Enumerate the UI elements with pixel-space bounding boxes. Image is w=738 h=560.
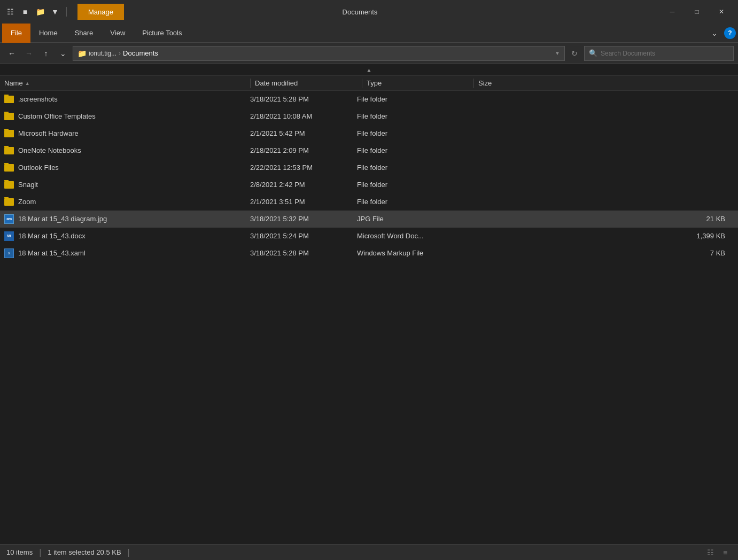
file-date: 3/18/2021 5:28 PM xyxy=(250,95,357,103)
file-date: 2/8/2021 2:42 PM xyxy=(250,181,357,189)
folder-icon xyxy=(4,181,14,189)
col-header-name[interactable]: Name ▲ xyxy=(4,79,250,87)
file-date: 3/18/2021 5:32 PM xyxy=(250,215,357,223)
forward-button[interactable]: → xyxy=(21,46,36,61)
selected-info: 1 item selected 20.5 KB xyxy=(48,548,121,556)
address-path[interactable]: 📁 ionut.tig... › Documents ▼ xyxy=(73,46,565,61)
folder-icon xyxy=(4,198,14,206)
file-date: 2/18/2021 2:09 PM xyxy=(250,146,357,154)
table-row[interactable]: .screenshots 3/18/2021 5:28 PM File fold… xyxy=(0,91,738,108)
table-row[interactable]: Snagit 2/8/2021 2:42 PM File folder xyxy=(0,176,738,193)
close-button[interactable]: ✕ xyxy=(709,4,734,20)
file-name-cell: Snagit xyxy=(4,180,250,190)
path-folder-icon: 📁 xyxy=(77,49,87,58)
path-prefix: ionut.tig... xyxy=(89,50,116,57)
col-divider-2 xyxy=(362,79,362,88)
file-date: 3/18/2021 5:24 PM xyxy=(250,232,357,240)
sort-indicator: ▲ xyxy=(0,67,738,73)
folder-icon xyxy=(4,113,14,120)
table-row[interactable]: Outlook Files 2/22/2021 12:53 PM File fo… xyxy=(0,159,738,176)
file-date: 2/22/2021 12:53 PM xyxy=(250,164,357,172)
tab-view[interactable]: View xyxy=(102,24,134,43)
search-box[interactable]: 🔍 xyxy=(584,46,734,61)
refresh-button[interactable]: ↻ xyxy=(567,46,582,61)
qat-icon-folder[interactable]: 📁 xyxy=(34,6,46,18)
file-type-icon xyxy=(4,163,14,173)
file-name: 18 Mar at 15_43.xaml xyxy=(18,249,86,257)
file-type: File folder xyxy=(357,112,464,120)
file-name: Microsoft Hardware xyxy=(18,129,79,137)
folder-icon xyxy=(4,164,14,172)
file-size: 1,399 KB xyxy=(464,232,734,240)
file-name: Zoom xyxy=(18,198,36,206)
qat-icon-2[interactable]: ■ xyxy=(19,6,31,18)
status-divider-1: | xyxy=(39,548,41,557)
file-type: Windows Markup File xyxy=(357,249,464,257)
recent-locations-button[interactable]: ⌄ xyxy=(56,46,71,61)
file-name-cell: X 18 Mar at 15_43.xaml xyxy=(4,248,250,258)
col-header-type[interactable]: Type xyxy=(367,79,473,87)
folder-icon xyxy=(4,147,14,154)
table-row[interactable]: X 18 Mar at 15_43.xaml 3/18/2021 5:28 PM… xyxy=(0,245,738,262)
address-bar: ← → ↑ ⌄ 📁 ionut.tig... › Documents ▼ ↻ 🔍 xyxy=(0,43,738,64)
ribbon: File Home Share View Picture Tools ⌄ ? xyxy=(0,24,738,43)
file-type-icon xyxy=(4,129,14,138)
xaml-icon: X xyxy=(4,248,14,258)
jpg-icon: JPG xyxy=(4,214,14,224)
file-name: OneNote Notebooks xyxy=(18,146,81,154)
file-name-cell: Microsoft Hardware xyxy=(4,129,250,138)
tab-share[interactable]: Share xyxy=(66,24,102,43)
col-header-size[interactable]: Size xyxy=(478,79,734,87)
col-header-date[interactable]: Date modified xyxy=(255,79,362,87)
file-type-icon xyxy=(4,197,14,207)
file-name-cell: W 18 Mar at 15_43.docx xyxy=(4,231,250,241)
file-type: File folder xyxy=(357,95,464,103)
path-current: Documents xyxy=(123,49,158,57)
file-name-cell: .screenshots xyxy=(4,95,250,104)
table-row[interactable]: Microsoft Hardware 2/1/2021 5:42 PM File… xyxy=(0,125,738,142)
table-row[interactable]: Zoom 2/1/2021 3:51 PM File folder xyxy=(0,193,738,211)
table-row[interactable]: OneNote Notebooks 2/18/2021 2:09 PM File… xyxy=(0,142,738,159)
tab-picture-tools[interactable]: Picture Tools xyxy=(134,24,190,43)
file-type: Microsoft Word Doc... xyxy=(357,232,464,240)
file-date: 2/18/2021 10:08 AM xyxy=(250,112,357,120)
qat-dropdown[interactable]: ▼ xyxy=(49,6,61,18)
file-name-cell: Zoom xyxy=(4,197,250,207)
file-name: 18 Mar at 15_43 diagram.jpg xyxy=(18,215,107,223)
window-title: Documents xyxy=(60,8,660,16)
table-row[interactable]: Custom Office Templates 2/18/2021 10:08 … xyxy=(0,108,738,125)
file-rows-container: .screenshots 3/18/2021 5:28 PM File fold… xyxy=(0,91,738,262)
search-input[interactable] xyxy=(601,50,729,57)
item-count: 10 items xyxy=(6,548,33,556)
file-type-icon: JPG xyxy=(4,214,14,224)
minimize-button[interactable]: ─ xyxy=(660,4,685,20)
file-type: File folder xyxy=(357,146,464,154)
tab-home[interactable]: Home xyxy=(30,24,66,43)
up-button[interactable]: ↑ xyxy=(38,46,53,61)
file-size: 7 KB xyxy=(464,249,734,257)
file-type-icon xyxy=(4,112,14,121)
quick-access-toolbar: ☷ ■ 📁 ▼ xyxy=(4,6,69,18)
table-row[interactable]: JPG 18 Mar at 15_43 diagram.jpg 3/18/202… xyxy=(0,211,738,228)
ribbon-collapse-button[interactable]: ⌄ xyxy=(707,26,722,41)
large-icons-view-button[interactable]: ≡ xyxy=(719,546,732,559)
maximize-button[interactable]: □ xyxy=(685,4,709,20)
file-type-icon xyxy=(4,95,14,104)
table-row[interactable]: W 18 Mar at 15_43.docx 3/18/2021 5:24 PM… xyxy=(0,228,738,245)
file-name: Snagit xyxy=(18,181,38,189)
file-list-container: Name ▲ Date modified Type Size .screensh… xyxy=(0,76,738,544)
file-name-cell: Custom Office Templates xyxy=(4,112,250,121)
folder-icon xyxy=(4,130,14,137)
file-type-icon xyxy=(4,146,14,155)
details-view-button[interactable]: ☷ xyxy=(704,546,717,559)
file-name-cell: JPG 18 Mar at 15_43 diagram.jpg xyxy=(4,214,250,224)
back-button[interactable]: ← xyxy=(4,46,19,61)
folder-icon xyxy=(4,96,14,103)
qat-icon-1[interactable]: ☷ xyxy=(4,6,16,18)
tab-file[interactable]: File xyxy=(2,24,30,43)
ribbon-help-button[interactable]: ? xyxy=(724,27,736,39)
path-dropdown-icon: ▼ xyxy=(555,50,560,56)
col-divider-3 xyxy=(473,79,474,88)
file-name: Custom Office Templates xyxy=(18,112,96,120)
window-controls: ─ □ ✕ xyxy=(660,4,734,20)
